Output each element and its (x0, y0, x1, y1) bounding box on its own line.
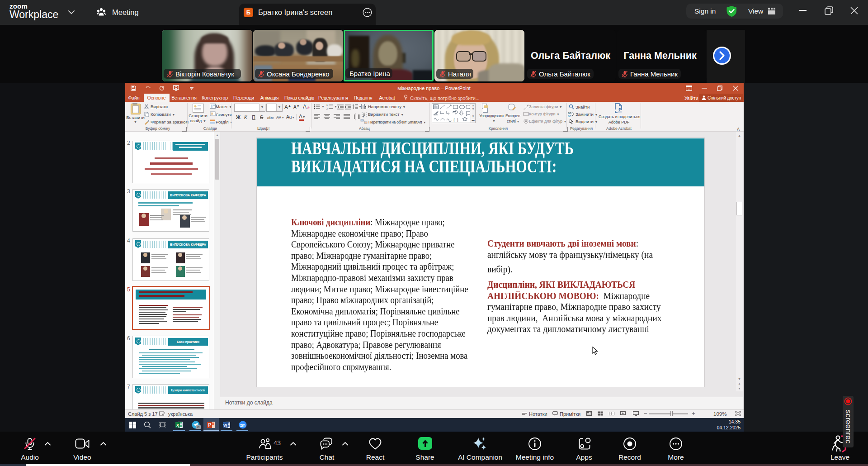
svg-text:2: 2 (326, 107, 328, 109)
svg-text:W: W (223, 423, 227, 428)
svg-text:{: { (453, 117, 455, 122)
svg-text:X: X (176, 423, 179, 428)
svg-text:ac: ac (568, 114, 571, 117)
svg-text:1: 1 (326, 104, 328, 106)
svg-text:А: А (303, 104, 307, 110)
svg-text:ab: ab (568, 111, 571, 114)
svg-text:zm: zm (240, 423, 245, 428)
svg-text:P: P (208, 423, 212, 428)
svg-text:}: } (457, 117, 459, 122)
